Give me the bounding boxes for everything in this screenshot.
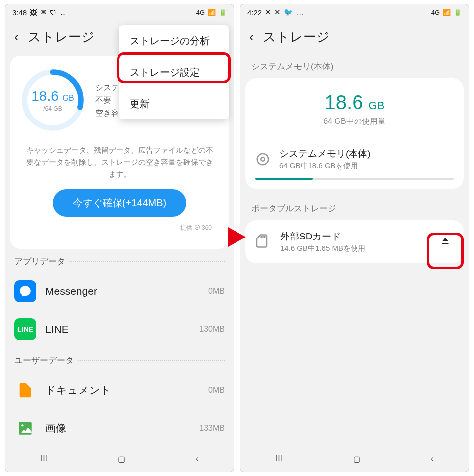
line-icon: LINE bbox=[14, 318, 36, 340]
status-bar: 4:22 ✕ ✕ 🐦 … 4G 📶 🔋 bbox=[240, 4, 469, 20]
provider-label: 提供 ⦿ 360 bbox=[20, 222, 219, 237]
system-memory-card[interactable]: 18.6 GB 64 GB中の使用量 システムメモリ(本体) 64 GB中18.… bbox=[245, 78, 464, 189]
network-icon: 4G bbox=[196, 9, 205, 16]
battery-icon: 🔋 bbox=[454, 9, 462, 16]
menu-refresh[interactable]: 更新 bbox=[119, 88, 229, 119]
page-title: ストレージ bbox=[28, 28, 95, 46]
page-title: ストレージ bbox=[263, 28, 330, 46]
svg-point-6 bbox=[261, 157, 265, 161]
tools-icon: ✕ bbox=[265, 8, 271, 17]
battery-icon: 🔋 bbox=[219, 9, 227, 16]
more-icon: ‥ bbox=[60, 8, 65, 17]
user-row-images[interactable]: 画像 133MB bbox=[10, 409, 229, 446]
free-space-button[interactable]: 今すぐ確保(+144MB) bbox=[53, 189, 186, 217]
nav-back-icon[interactable]: ‹ bbox=[196, 454, 198, 463]
sd-card-icon bbox=[254, 234, 271, 250]
description-text: キャッシュデータ、残留データ、広告ファイルなどの不要なデータを削除し、ストレージ… bbox=[24, 144, 215, 180]
donut-icon bbox=[255, 152, 270, 167]
messenger-icon bbox=[14, 280, 36, 302]
nav-bar: III ▢ ‹ bbox=[240, 446, 469, 472]
nav-home-icon[interactable]: ▢ bbox=[118, 454, 125, 464]
section-portable-storage: ポータブルストレージ bbox=[245, 198, 464, 220]
nav-back-icon[interactable]: ‹ bbox=[431, 454, 433, 463]
gallery-icon: 🖼 bbox=[30, 8, 37, 17]
more-icon: … bbox=[296, 8, 304, 17]
status-bar: 3:48 🖼 ✉ 🛡 ‥ 4G 📶 🔋 bbox=[5, 4, 234, 20]
network-icon: 4G bbox=[431, 9, 440, 16]
arrow-icon bbox=[227, 226, 247, 250]
section-user-data: ユーザーデータ bbox=[10, 348, 229, 371]
message-icon: ✉ bbox=[40, 8, 47, 17]
status-time: 4:22 bbox=[247, 8, 262, 17]
section-system-memory: システムメモリ(本体) bbox=[245, 56, 464, 78]
image-icon bbox=[14, 417, 36, 439]
settings-icon: ✕ bbox=[274, 8, 281, 17]
svg-point-5 bbox=[257, 153, 269, 165]
signal-icon: 📶 bbox=[443, 9, 451, 16]
nav-recent-icon[interactable]: III bbox=[41, 454, 47, 463]
phone-right: 4:22 ✕ ✕ 🐦 … 4G 📶 🔋 ‹ ストレージ システムメモリ(本体) … bbox=[240, 4, 469, 472]
signal-icon: 📶 bbox=[208, 9, 216, 16]
section-app-data: アプリデータ bbox=[10, 249, 229, 272]
document-icon bbox=[14, 379, 36, 401]
annotation-highlight-eject bbox=[427, 233, 464, 269]
app-row-messenger[interactable]: Messenger 0MB bbox=[10, 272, 229, 310]
nav-bar: III ▢ ‹ bbox=[5, 446, 234, 472]
storage-ring-chart: 18.6 GB /64 GB bbox=[20, 68, 85, 132]
header: ‹ ストレージ bbox=[240, 20, 469, 56]
phone-left: 3:48 🖼 ✉ 🛡 ‥ 4G 📶 🔋 ‹ ストレージ 18.6 GB bbox=[5, 4, 234, 472]
svg-point-3 bbox=[21, 424, 23, 426]
app-row-line[interactable]: LINE LINE 130MB bbox=[10, 310, 229, 348]
twitter-icon: 🐦 bbox=[284, 8, 293, 17]
back-button[interactable]: ‹ bbox=[249, 29, 254, 45]
shield-icon: 🛡 bbox=[50, 8, 57, 17]
annotation-highlight-settings bbox=[117, 52, 231, 83]
usage-bar bbox=[255, 178, 454, 180]
user-row-documents[interactable]: ドキュメント 0MB bbox=[10, 371, 229, 409]
nav-recent-icon[interactable]: III bbox=[276, 454, 282, 463]
back-button[interactable]: ‹ bbox=[14, 29, 19, 45]
nav-home-icon[interactable]: ▢ bbox=[353, 454, 360, 464]
status-time: 3:48 bbox=[12, 8, 27, 17]
memory-detail-row[interactable]: システムメモリ(本体) 64 GB中18.6 GBを使用 bbox=[255, 147, 454, 171]
